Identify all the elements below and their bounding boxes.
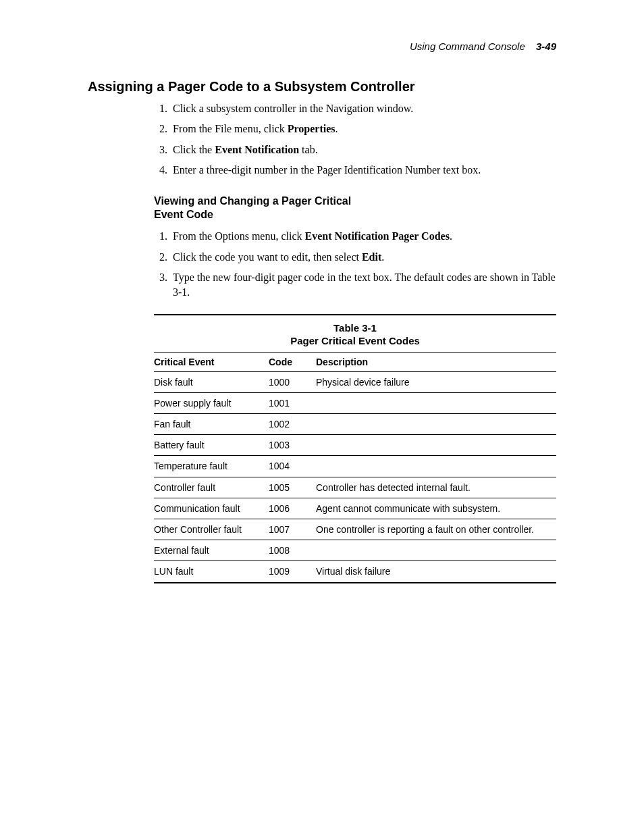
cell-code: 1007	[269, 519, 316, 540]
page-number: 3-49	[536, 41, 556, 52]
cell-event: Controller fault	[154, 477, 269, 498]
cell-event: LUN fault	[154, 561, 269, 583]
cell-code: 1006	[269, 498, 316, 519]
bold-term: Event Notification	[215, 144, 299, 155]
cell-code: 1004	[269, 456, 316, 477]
cell-description	[316, 540, 556, 561]
bold-term: Edit	[362, 251, 381, 263]
cell-code: 1002	[269, 414, 316, 435]
cell-description	[316, 392, 556, 413]
cell-code: 1009	[269, 561, 316, 583]
table-caption: Pager Critical Event Codes	[154, 335, 556, 346]
table-header-row: Critical Event Code Description	[154, 352, 556, 371]
table-row: LUN fault1009Virtual disk failure	[154, 561, 556, 583]
cell-event: Fan fault	[154, 414, 269, 435]
running-header: Using Command Console 3-49	[88, 41, 556, 52]
cell-code: 1003	[269, 435, 316, 456]
cell-event: Other Controller fault	[154, 519, 269, 540]
cell-description	[316, 456, 556, 477]
table-row: Disk fault1000Physical device failure	[154, 371, 556, 392]
section-title: Assigning a Pager Code to a Subsystem Co…	[88, 79, 556, 95]
step-item: From the Options menu, click Event Notif…	[170, 229, 556, 244]
table-row: Battery fault1003	[154, 435, 556, 456]
table-row: Controller fault1005Controller has detec…	[154, 477, 556, 498]
step-item: Click the Event Notification tab.	[170, 142, 556, 157]
cell-event: Battery fault	[154, 435, 269, 456]
cell-code: 1000	[269, 371, 316, 392]
cell-description	[316, 414, 556, 435]
subsection-title: Viewing and Changing a Pager Critical Ev…	[154, 194, 383, 223]
codes-table: Critical Event Code Description Disk fau…	[154, 352, 556, 583]
table-row: Power supply fault1001	[154, 392, 556, 413]
table-row: Temperature fault1004	[154, 456, 556, 477]
table-row: Other Controller fault1007One controller…	[154, 519, 556, 540]
cell-description: Physical device failure	[316, 371, 556, 392]
table-row: Fan fault1002	[154, 414, 556, 435]
bold-term: Event Notification Pager Codes	[305, 230, 450, 242]
cell-event: Communication fault	[154, 498, 269, 519]
running-title: Using Command Console	[410, 41, 525, 52]
cell-code: 1005	[269, 477, 316, 498]
cell-event: External fault	[154, 540, 269, 561]
table-row: Communication fault1006Agent cannot comm…	[154, 498, 556, 519]
cell-event: Power supply fault	[154, 392, 269, 413]
cell-code: 1001	[269, 392, 316, 413]
cell-event: Disk fault	[154, 371, 269, 392]
step-item: From the File menu, click Properties.	[170, 122, 556, 136]
step-item: Enter a three-digit number in the Pager …	[170, 163, 556, 178]
step-item: Click a subsystem controller in the Navi…	[170, 101, 556, 116]
table-row: External fault1008	[154, 540, 556, 561]
cell-description: Virtual disk failure	[316, 561, 556, 583]
col-description: Description	[316, 352, 556, 371]
bold-term: Properties	[288, 123, 336, 134]
subsection-steps: From the Options menu, click Event Notif…	[88, 229, 556, 301]
cell-description: Agent cannot communicate with subsystem.	[316, 498, 556, 519]
cell-description: Controller has detected internal fault.	[316, 477, 556, 498]
step-item: Click the code you want to edit, then se…	[170, 250, 556, 265]
col-code: Code	[269, 352, 316, 371]
cell-code: 1008	[269, 540, 316, 561]
col-critical-event: Critical Event	[154, 352, 269, 371]
cell-event: Temperature fault	[154, 456, 269, 477]
step-item: Type the new four-digit pager code in th…	[170, 270, 556, 301]
cell-description: One controller is reporting a fault on o…	[316, 519, 556, 540]
table-container: Table 3-1 Pager Critical Event Codes Cri…	[154, 314, 556, 583]
section-steps: Click a subsystem controller in the Navi…	[88, 101, 556, 178]
cell-description	[316, 435, 556, 456]
table-label: Table 3-1	[154, 322, 556, 334]
